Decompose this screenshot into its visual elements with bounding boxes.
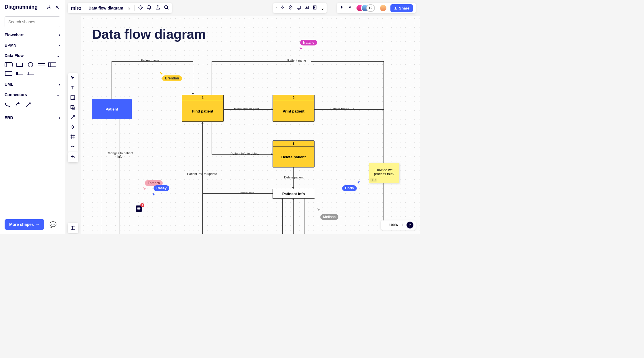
cursor-icon[interactable] (340, 5, 344, 11)
shape-store-open[interactable] (16, 71, 24, 76)
chevron-right-icon: › (59, 33, 60, 37)
arrow-right-icon: → (36, 222, 40, 227)
settings-icon[interactable] (138, 5, 143, 11)
star-icon[interactable]: ☆ (127, 5, 131, 11)
more-icon[interactable]: ⌄ (321, 5, 324, 11)
datastore-patient-info[interactable]: Patinent info (273, 189, 315, 199)
dataflow-shapes (0, 61, 65, 79)
shape-store-open2[interactable] (26, 71, 34, 76)
bolt-icon[interactable] (280, 5, 285, 11)
chevron-left-icon[interactable]: ‹ (275, 5, 277, 11)
select-tool-icon[interactable] (70, 75, 76, 81)
share-button[interactable]: Share (390, 4, 413, 12)
zoom-in-button[interactable]: + (400, 222, 404, 228)
zoom-out-button[interactable]: − (383, 222, 386, 228)
shape-rect[interactable] (5, 71, 13, 76)
panel-title: Diagramming (5, 4, 38, 10)
import-icon[interactable] (46, 4, 52, 10)
chevron-right-icon: › (59, 82, 60, 87)
svg-rect-11 (16, 72, 18, 75)
avatar-count: 12 (366, 4, 375, 12)
more-shapes-button[interactable]: More shapes→ (5, 219, 44, 230)
svg-rect-30 (137, 207, 141, 210)
edge-label: Delete patient (281, 176, 307, 179)
chevron-right-icon: › (59, 43, 60, 47)
frame-tool-icon[interactable] (70, 134, 76, 140)
cursor-melissa: Melissa (320, 214, 338, 220)
category-erd[interactable]: ERD› (0, 113, 65, 123)
search-input[interactable] (5, 16, 60, 27)
category-bpmn[interactable]: BPMN› (0, 40, 65, 50)
search-icon[interactable] (164, 5, 169, 11)
shape-rounded-rect[interactable] (5, 62, 13, 68)
zoom-level[interactable]: 100% (389, 223, 398, 227)
cursor-chris: Chris (342, 185, 357, 191)
panel-header: Diagramming (0, 0, 65, 14)
svg-rect-17 (71, 226, 75, 230)
svg-rect-8 (5, 71, 12, 75)
comment-count: 1 (140, 203, 144, 207)
canvas[interactable]: Data flow diagram Patient 1Find patient … (81, 16, 420, 234)
shape-tool-icon[interactable] (70, 105, 76, 111)
svg-point-25 (395, 7, 396, 8)
sticky-note[interactable]: How do we process this? + 9 (369, 163, 399, 183)
cursor-casey: Casey (154, 185, 169, 191)
hide-panel-button[interactable] (68, 223, 78, 233)
category-flowchart[interactable]: Flowchart› (0, 30, 65, 40)
category-dataflow[interactable]: Data Flow⌄ (0, 50, 65, 61)
comment-pin[interactable]: 1 (136, 205, 142, 212)
notes-icon[interactable] (313, 5, 317, 11)
svg-rect-6 (49, 63, 56, 67)
pen-tool-icon[interactable] (70, 124, 76, 130)
text-tool-icon[interactable] (70, 85, 76, 91)
connector-straight[interactable] (25, 102, 32, 109)
feedback-icon[interactable]: 💬 (49, 221, 57, 228)
process-delete-patient[interactable]: 3Delete patient (273, 140, 315, 167)
self-avatar[interactable] (379, 4, 387, 12)
present-basic-icon[interactable] (296, 5, 301, 11)
more-tools-icon[interactable] (70, 144, 76, 150)
connector-curve[interactable] (15, 102, 21, 109)
cursor-natalie: Natalie (300, 40, 317, 45)
sticky-tool-icon[interactable] (70, 95, 76, 101)
svg-rect-0 (5, 62, 12, 67)
timer-icon[interactable] (288, 5, 293, 11)
entity-patient[interactable]: Patient (92, 99, 132, 119)
shapes-panel: Diagramming Flowchart› BPMN› Data Flow⌄ … (0, 0, 65, 234)
app-toolbar: ‹ ⌄ (273, 3, 327, 13)
close-icon[interactable] (54, 4, 60, 10)
edge-label: Patient info to delete (225, 152, 265, 155)
bell-icon[interactable] (147, 5, 152, 11)
export-icon[interactable] (155, 5, 160, 11)
undo-button[interactable] (68, 152, 78, 162)
zoom-controls: − 100% + ? (381, 220, 416, 230)
cursor-brendan: Brendan (162, 75, 182, 81)
process-print-patient[interactable]: 2Print patient (273, 95, 315, 122)
edge-label: Patient report (325, 107, 354, 111)
avatar-stack[interactable]: 12 (356, 4, 375, 12)
category-uml[interactable]: UML› (0, 79, 65, 90)
shape-parallel-lines[interactable] (37, 62, 45, 68)
edge-label: Patient info to update (178, 172, 227, 176)
edge-label: Changes to patient info (106, 151, 134, 158)
shape-circle[interactable] (26, 62, 34, 68)
board-name[interactable]: Data flow diagram (89, 6, 123, 10)
svg-point-3 (28, 62, 33, 67)
help-button[interactable]: ? (407, 222, 413, 228)
edge-label: Patient name (133, 59, 167, 62)
shape-datastore[interactable] (48, 62, 56, 68)
present-play-icon[interactable] (304, 5, 309, 11)
miro-logo[interactable]: miro (71, 5, 81, 11)
arrow-tool-icon[interactable] (70, 115, 76, 120)
edge-label: Patient name (279, 59, 314, 62)
chevron-right-icon: › (59, 115, 60, 120)
tool-strip (68, 73, 78, 152)
edge-label: Patient info to print (227, 107, 264, 111)
shape-rect-small[interactable] (16, 62, 24, 68)
connector-s-curve[interactable] (5, 102, 11, 109)
cursor-tamara: Tamara (145, 180, 163, 186)
reactions-icon[interactable] (348, 5, 352, 11)
connectors-shapes (0, 100, 65, 113)
category-connectors[interactable]: Connectors⌄ (0, 90, 65, 100)
process-find-patient[interactable]: 1Find patient (182, 95, 224, 122)
